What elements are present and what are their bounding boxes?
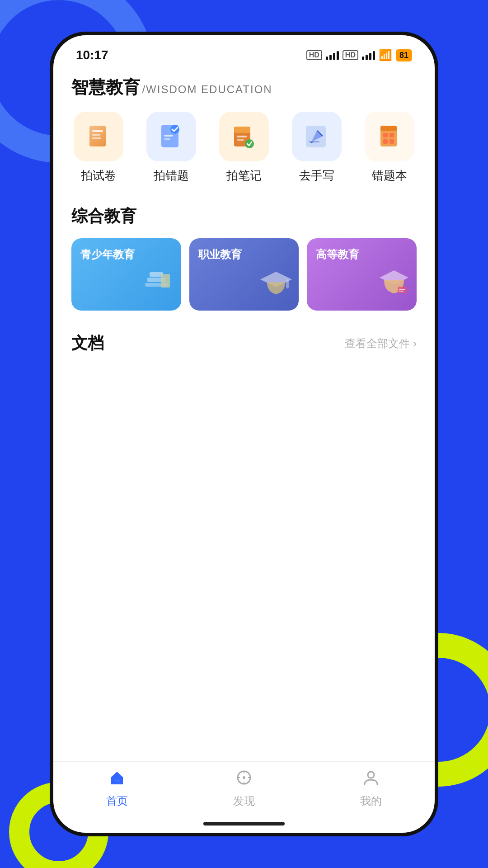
discover-icon — [235, 769, 253, 790]
photo-mistake-label: 拍错题 — [154, 168, 189, 184]
error-book-icon — [365, 112, 414, 161]
signal-bar — [362, 57, 364, 60]
svg-rect-13 — [237, 139, 244, 141]
nav-item-home[interactable]: 首页 — [72, 769, 162, 808]
edu-cards-row: 青少年教育 职业教育 — [71, 238, 417, 311]
svg-point-14 — [245, 139, 254, 148]
edu-card-youth[interactable]: 青少年教育 — [71, 238, 181, 311]
higher-deco — [376, 265, 412, 308]
photo-exam-label: 拍试卷 — [81, 168, 116, 184]
status-bar: 10:17 HD HD 📶 81 — [53, 35, 435, 67]
svg-rect-16 — [309, 141, 319, 142]
comprehensive-edu-title: 综合教育 — [71, 205, 417, 227]
svg-rect-12 — [237, 136, 247, 137]
bottom-nav: 首页 发现 我的 — [53, 761, 435, 819]
svg-rect-31 — [399, 289, 405, 290]
discover-label: 发现 — [233, 794, 255, 808]
wifi-icon: 📶 — [379, 49, 392, 61]
signal-bar — [373, 51, 375, 60]
photo-mistake-icon — [146, 112, 196, 161]
youth-label: 青少年教育 — [80, 247, 135, 262]
svg-rect-22 — [389, 139, 394, 144]
svg-rect-21 — [383, 139, 388, 144]
error-book-label: 错题本 — [372, 168, 407, 184]
documents-header: 文档 查看全部文件 › — [71, 332, 417, 354]
svg-rect-32 — [399, 291, 404, 292]
home-label: 首页 — [106, 794, 128, 808]
svg-rect-11 — [234, 127, 250, 133]
svg-point-35 — [243, 776, 245, 779]
quick-action-error-book[interactable]: 错题本 — [362, 112, 417, 184]
photo-exam-icon — [74, 112, 123, 161]
higher-label: 高等教育 — [316, 247, 359, 262]
svg-rect-26 — [161, 274, 170, 288]
view-all-docs-link[interactable]: 查看全部文件 › — [345, 336, 417, 351]
mine-label: 我的 — [360, 794, 382, 808]
signal-bars-2 — [362, 50, 375, 60]
quick-action-photo-mistake[interactable]: 拍错题 — [144, 112, 198, 184]
vocational-label: 职业教育 — [198, 247, 242, 262]
signal-bar — [337, 51, 339, 60]
signal-bar — [366, 55, 368, 60]
battery-indicator: 81 — [396, 49, 412, 61]
home-bar — [203, 822, 285, 826]
photo-note-label: 拍笔记 — [226, 168, 262, 184]
svg-rect-20 — [389, 133, 394, 137]
documents-empty-area — [71, 363, 417, 635]
main-content: 智慧教育 /WISDOM EDUCATION 拍试卷 — [53, 67, 435, 761]
svg-rect-19 — [383, 133, 388, 137]
battery-level: 81 — [399, 51, 408, 60]
quick-action-photo-exam[interactable]: 拍试卷 — [71, 112, 126, 184]
svg-rect-33 — [115, 780, 119, 784]
handwrite-icon — [292, 112, 342, 161]
signal-bar — [329, 55, 332, 60]
svg-point-40 — [368, 772, 374, 778]
nav-item-mine[interactable]: 我的 — [326, 769, 416, 808]
edu-card-higher[interactable]: 高等教育 — [307, 238, 417, 311]
photo-note-icon — [219, 112, 269, 161]
youth-deco — [136, 260, 177, 308]
quick-actions-row: 拍试卷 拍错题 — [71, 112, 417, 184]
signal-bar — [333, 53, 335, 60]
signal-bars-1 — [326, 50, 339, 60]
svg-rect-28 — [286, 279, 289, 288]
svg-rect-4 — [92, 137, 101, 139]
wisdom-subtitle: /WISDOM EDUCATION — [142, 83, 272, 95]
quick-action-handwrite[interactable]: 去手写 — [290, 112, 344, 184]
handwrite-label: 去手写 — [299, 168, 334, 184]
phone-frame: 10:17 HD HD 📶 81 — [50, 32, 438, 836]
documents-title: 文档 — [71, 332, 104, 354]
home-icon — [108, 769, 126, 790]
edu-card-vocational[interactable]: 职业教育 — [189, 238, 299, 311]
home-indicator — [53, 819, 435, 828]
svg-rect-8 — [164, 135, 173, 137]
vocational-deco — [258, 265, 294, 308]
status-time: 10:17 — [76, 48, 108, 62]
hd-badge-2: HD — [343, 50, 358, 60]
svg-rect-3 — [92, 134, 100, 136]
wisdom-header: 智慧教育 /WISDOM EDUCATION — [71, 76, 417, 99]
mine-icon — [362, 769, 380, 790]
svg-rect-9 — [164, 138, 170, 140]
nav-item-discover[interactable]: 发现 — [199, 769, 289, 808]
svg-rect-2 — [92, 130, 103, 132]
hd-badge-1: HD — [306, 50, 322, 60]
quick-action-photo-note[interactable]: 拍笔记 — [217, 112, 271, 184]
status-icons: HD HD 📶 81 — [306, 49, 412, 61]
signal-bar — [326, 57, 328, 60]
svg-rect-1 — [89, 126, 106, 146]
signal-bar — [369, 53, 371, 60]
svg-rect-18 — [380, 126, 397, 131]
wisdom-title: 智慧教育 — [71, 78, 140, 97]
